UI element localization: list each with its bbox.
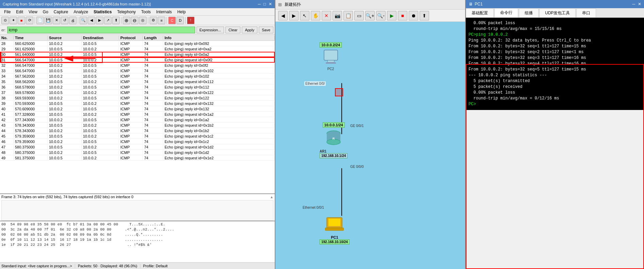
toolbar-expert-info[interactable]: ! <box>187 17 194 24</box>
table-row[interactable]: 36568.57800010.0.0.210.0.0.5ICMP74Echo (… <box>0 84 275 90</box>
topology-canvas[interactable]: 10.0.0.2/24 PC2 Ethernet 0/0/ 10.0.0.1/2… <box>275 22 465 269</box>
toolbar-forward[interactable]: ▶ <box>96 17 103 24</box>
term-minimize[interactable]: ─ <box>632 2 635 6</box>
table-row[interactable]: 46579.35900010.0.0.210.0.0.5ICMP74Echo (… <box>0 139 275 144</box>
toolbar-zoom-reset[interactable]: ◎ <box>139 17 147 24</box>
topology-title: 新建拓扑 <box>285 2 301 7</box>
terminal-content[interactable]: 0.00% packet loss round-trip min/avg/max… <box>466 18 644 110</box>
tab-basic-config[interactable]: 基础配置 <box>466 9 494 17</box>
table-row[interactable]: 33566.54700010.0.0.510.0.0.2ICMP74Echo (… <box>0 68 275 74</box>
table-row[interactable]: 31566.54700010.0.0.510.0.0.2ICMP74Echo (… <box>0 57 275 63</box>
menu-edit[interactable]: Edit <box>13 9 26 15</box>
maximize-button[interactable]: □ <box>264 2 266 6</box>
menu-internals[interactable]: Internals <box>153 9 174 15</box>
topo-hand-button[interactable]: ✋ <box>311 11 320 20</box>
table-row[interactable]: 39570.59300010.0.0.510.0.0.2ICMP74Echo (… <box>0 101 275 106</box>
topo-rectangle-button[interactable]: ▭ <box>354 11 364 20</box>
topo-zoom-out-button[interactable]: 🔍- <box>376 11 386 20</box>
menu-analyze[interactable]: Analyze <box>71 9 91 15</box>
toolbar-close[interactable]: ✕ <box>53 17 60 24</box>
table-row[interactable]: 29561.62500010.0.0.510.0.0.2ICMP74Echo (… <box>0 46 275 52</box>
toolbar-find[interactable]: 🔍 <box>80 17 87 24</box>
table-row[interactable]: 49581.37500010.0.0.510.0.0.2ICMP74Echo (… <box>0 155 275 161</box>
toolbar-stop[interactable]: ■ <box>18 17 25 24</box>
toolbar-save[interactable]: 💾 <box>45 17 52 24</box>
menu-go[interactable]: Go <box>40 9 51 15</box>
wireshark-statusbar: Standard input: <live capture in progres… <box>0 262 275 269</box>
menu-tools[interactable]: Tools <box>138 9 153 15</box>
packet-list: No. Time Source Destination Protocol Len… <box>0 35 275 194</box>
table-row[interactable]: 34567.56200010.0.0.210.0.0.5ICMP74Echo (… <box>0 74 275 79</box>
toolbar-print[interactable]: 🖨 <box>69 17 77 24</box>
col-len: Length <box>143 36 163 40</box>
pc2-node[interactable]: 10.0.0.2/24 PC2 <box>320 42 342 71</box>
filter-clear-button[interactable]: Clear <box>225 27 240 33</box>
topo-cursor-button[interactable]: ↖ <box>300 11 309 20</box>
table-row[interactable]: 44578.34300010.0.0.210.0.0.5ICMP74Echo (… <box>0 128 275 133</box>
pc1-node[interactable]: PC1 192.168.10.10/24 <box>320 216 350 245</box>
term-close[interactable]: ✕ <box>638 2 641 6</box>
tab-udp-tool[interactable]: UDP发包工具 <box>539 9 576 17</box>
table-row[interactable]: 41577.32800010.0.0.510.0.0.2ICMP74Echo (… <box>0 112 275 117</box>
topo-stop-button[interactable]: ■ <box>398 11 407 20</box>
toolbar-back[interactable]: ◀ <box>88 17 95 24</box>
topo-delete-button[interactable]: ✕ <box>322 11 331 20</box>
topo-camera-button[interactable]: 📷 <box>333 11 342 20</box>
toolbar-iface-list[interactable]: ≡ <box>158 17 165 24</box>
packet-rows-container: 28560.62500010.0.0.210.0.0.5ICMP74Echo (… <box>0 41 275 161</box>
tab-serial[interactable]: 串口 <box>576 9 596 17</box>
topo-forward-button[interactable]: ▶ <box>289 11 299 20</box>
topo-record-button[interactable]: ⏺ <box>409 11 418 20</box>
table-row[interactable]: 42577.34300010.0.0.210.0.0.5ICMP74Echo (… <box>0 117 275 123</box>
toolbar-zoom-out[interactable]: ⊖ <box>131 17 138 24</box>
tab-command-line[interactable]: 命令行 <box>494 8 518 17</box>
menu-capture[interactable]: Capture <box>51 9 71 15</box>
table-row[interactable]: 32566.54700010.0.0.210.0.0.5ICMP74Echo (… <box>0 63 275 68</box>
table-row[interactable]: 35568.56200010.0.0.510.0.0.2ICMP74Echo (… <box>0 79 275 84</box>
filter-expression-button[interactable]: Expression... <box>197 27 224 33</box>
toolbar-gofirst[interactable]: ⬆ <box>112 17 120 24</box>
toolbar-color[interactable]: C <box>168 17 176 24</box>
toolbar-capture-opts[interactable]: ⚙ <box>150 17 157 24</box>
toolbar-open[interactable]: 📄 <box>36 17 44 24</box>
topo-back-button[interactable]: ◀ <box>278 11 288 20</box>
hex-line: 00 02 08 00 ab 51 db 2a 00 02 08 09 0a 0… <box>1 232 273 237</box>
router-node[interactable]: 10.0.0.1/24 R AR1 192.168.10.1/24 <box>320 122 348 159</box>
toolbar-reload[interactable]: ↺ <box>61 17 68 24</box>
filter-apply-button[interactable]: Apply <box>242 27 257 33</box>
tab-multicast[interactable]: 组播 <box>519 9 539 17</box>
topo-realtime-button[interactable]: ▶ <box>387 11 396 20</box>
table-row[interactable]: 37569.57800010.0.0.510.0.0.2ICMP74Echo (… <box>0 90 275 95</box>
toolbar-interface[interactable]: ⊙ <box>1 17 9 24</box>
toolbar-restart[interactable]: ⟳ <box>26 17 33 24</box>
table-row[interactable]: 28560.62500010.0.0.210.0.0.5ICMP74Echo (… <box>0 41 275 46</box>
table-row[interactable]: 45579.35900010.0.0.510.0.0.2ICMP74Echo (… <box>0 133 275 139</box>
menu-help[interactable]: Help <box>174 9 188 15</box>
terminal-line: From 10.0.0.2: bytes=32 seq=1 ttl=127 ti… <box>469 44 641 49</box>
table-row[interactable]: 43578.34300010.0.0.510.0.0.2ICMP74Echo (… <box>0 123 275 128</box>
topo-zoom-in-button[interactable]: 🔍+ <box>365 11 375 20</box>
toolbar-sep2 <box>78 17 78 24</box>
svg-rect-13 <box>325 228 344 231</box>
table-row[interactable]: 40570.60900010.0.0.210.0.0.5ICMP74Echo (… <box>0 106 275 112</box>
menu-view[interactable]: View <box>26 9 40 15</box>
toolbar-decode-as[interactable]: D <box>176 17 184 24</box>
table-row[interactable]: 30561.64000010.0.0.210.0.0.5ICMP74Echo (… <box>0 52 275 57</box>
table-row[interactable]: 48580.37500010.0.0.210.0.0.5ICMP74Echo (… <box>0 150 275 155</box>
filter-input[interactable] <box>7 27 195 33</box>
minimize-button[interactable]: ─ <box>258 2 261 6</box>
toolbar-zoom-in[interactable]: ⊕ <box>123 17 130 24</box>
menu-statistics[interactable]: Statistics <box>91 9 114 15</box>
topo-notes-button[interactable]: 📋 <box>343 11 353 20</box>
topo-export-button[interactable]: ⬆ <box>420 11 429 20</box>
pc1-icon <box>325 216 344 235</box>
filter-save-button[interactable]: Save <box>259 27 273 33</box>
table-row[interactable]: 47580.37500010.0.0.510.0.0.2ICMP74Echo (… <box>0 144 275 150</box>
table-row[interactable]: 38569.59300010.0.0.210.0.0.5ICMP74Echo (… <box>0 95 275 101</box>
svg-text:R: R <box>332 137 335 140</box>
close-button[interactable]: ✕ <box>269 2 272 6</box>
menu-file[interactable]: File <box>1 9 13 15</box>
toolbar-goto[interactable]: ↗ <box>104 17 112 24</box>
menu-telephony[interactable]: Telephony <box>115 9 139 15</box>
toolbar-start[interactable]: ✦ <box>10 17 17 24</box>
